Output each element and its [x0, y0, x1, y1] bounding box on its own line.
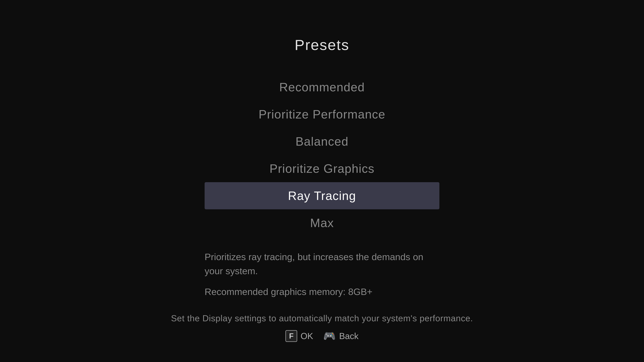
ok-key-badge: F: [286, 330, 297, 342]
description-section: Prioritizes ray tracing, but increases t…: [204, 250, 440, 299]
memory-requirement-text: Recommended graphics memory: 8GB+: [204, 285, 440, 299]
description-text: Prioritizes ray tracing, but increases t…: [204, 250, 440, 278]
preset-menu-list: Recommended Prioritize Performance Balan…: [204, 73, 440, 237]
ok-label: OK: [300, 331, 313, 341]
footer: Set the Display settings to automaticall…: [0, 313, 644, 342]
back-label: Back: [339, 331, 358, 341]
ok-control: F OK: [286, 330, 313, 342]
menu-item-max[interactable]: Max: [204, 209, 440, 237]
controller-icon: 🎮: [323, 330, 336, 342]
menu-item-recommended[interactable]: Recommended: [204, 73, 440, 101]
menu-item-balanced[interactable]: Balanced: [204, 128, 440, 155]
footer-hint-text: Set the Display settings to automaticall…: [171, 313, 473, 323]
back-control: 🎮 Back: [323, 330, 358, 342]
page-title: Presets: [295, 36, 349, 53]
content-wrapper: Presets Recommended Prioritize Performan…: [0, 36, 644, 299]
menu-item-prioritize-performance[interactable]: Prioritize Performance: [204, 101, 440, 128]
menu-item-prioritize-graphics[interactable]: Prioritize Graphics: [204, 155, 440, 182]
screen: Presets Recommended Prioritize Performan…: [0, 0, 644, 362]
footer-controls: F OK 🎮 Back: [286, 330, 358, 342]
menu-item-ray-tracing[interactable]: Ray Tracing: [204, 182, 440, 209]
